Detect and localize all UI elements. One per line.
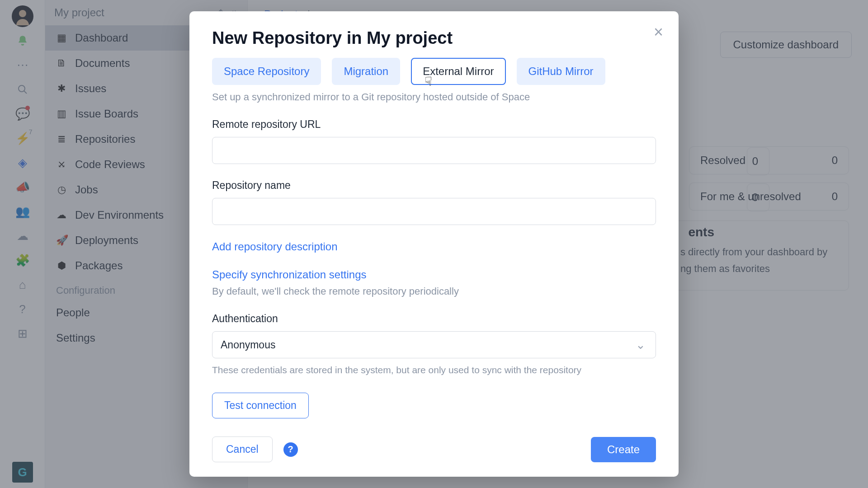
auth-label: Authentication	[212, 313, 656, 325]
remote-url-input[interactable]	[212, 137, 656, 164]
sync-settings-desc: By default, we'll check the remote repos…	[212, 286, 656, 297]
modal-overlay: × New Repository in My project Space Rep…	[0, 0, 868, 488]
tab-migration[interactable]: Migration	[332, 58, 400, 85]
modal-title: New Repository in My project	[212, 28, 656, 48]
auth-select[interactable]: Anonymous	[212, 331, 656, 358]
tab-description: Set up a synchronized mirror to a Git re…	[212, 91, 656, 103]
tab-github-mirror[interactable]: GitHub Mirror	[517, 58, 605, 85]
repo-name-label: Repository name	[212, 179, 656, 192]
new-repository-modal: × New Repository in My project Space Rep…	[189, 11, 679, 477]
add-description-link[interactable]: Add repository description	[212, 240, 656, 253]
cancel-button[interactable]: Cancel	[212, 436, 273, 462]
modal-tabs: Space Repository Migration External Mirr…	[212, 58, 656, 85]
tab-space-repository[interactable]: Space Repository	[212, 58, 321, 85]
modal-footer: Cancel ? Create	[212, 425, 656, 477]
sync-settings-link[interactable]: Specify synchronization settings	[212, 268, 656, 281]
repo-name-input[interactable]	[212, 198, 656, 225]
test-connection-button[interactable]: Test connection	[212, 393, 309, 418]
tab-external-mirror[interactable]: External Mirror	[411, 58, 505, 85]
help-button[interactable]: ?	[283, 442, 298, 457]
close-icon[interactable]: ×	[654, 24, 663, 40]
create-button[interactable]: Create	[591, 437, 656, 462]
credential-note: These credentials are stored in the syst…	[212, 365, 656, 375]
auth-select-value: Anonymous	[221, 339, 275, 351]
remote-url-label: Remote repository URL	[212, 118, 656, 131]
